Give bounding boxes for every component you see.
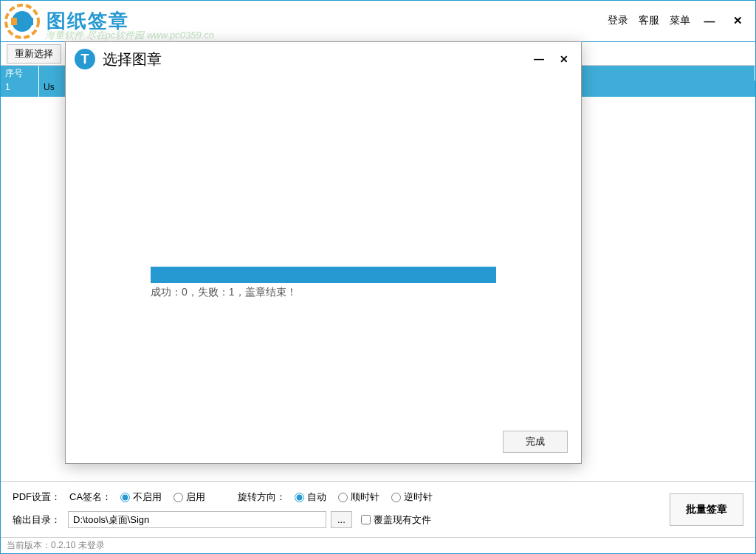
bottom-left: PDF设置： CA签名： 不启用 启用 旋转方向： 自动 — [13, 490, 670, 528]
output-row: 输出目录： ... 覆盖现有文件 — [13, 511, 670, 528]
reselect-button[interactable]: 重新选择 — [7, 44, 61, 64]
progress-text: 成功：0，失败：1，盖章结束！ — [151, 286, 297, 299]
rotate-cw-input[interactable] — [338, 493, 348, 502]
modal-body: 成功：0，失败：1，盖章结束！ — [66, 76, 581, 420]
overwrite-input[interactable] — [361, 515, 371, 524]
status-bar: 当前版本：0.2.10 未登录 — [1, 537, 755, 553]
ca-disable-label: 不启用 — [133, 490, 162, 504]
rotate-auto-label: 自动 — [307, 490, 326, 504]
rotate-cw-label: 顺时针 — [351, 490, 379, 504]
modal-window-buttons: — ✕ — [531, 53, 572, 65]
svg-rect-2 — [11, 18, 17, 25]
cell-seq: 1 — [1, 81, 39, 97]
select-stamp-dialog: T 选择图章 — ✕ 成功：0，失败：1，盖章结束！ 完成 — [65, 41, 582, 464]
login-button[interactable]: 登录 — [608, 14, 628, 27]
rotate-ccw-input[interactable] — [391, 493, 401, 502]
modal-header: T 选择图章 — ✕ — [66, 42, 581, 76]
rotate-cw-radio[interactable]: 顺时针 — [338, 490, 379, 504]
title-buttons: 登录 客服 菜单 — ✕ — [608, 14, 746, 27]
modal-title: 选择图章 — [103, 49, 162, 69]
ca-enable-input[interactable] — [173, 493, 183, 502]
batch-sign-button[interactable]: 批量签章 — [670, 493, 743, 526]
minimize-button[interactable]: — — [701, 15, 718, 27]
rotate-auto-radio[interactable]: 自动 — [295, 490, 326, 504]
modal-footer: 完成 — [66, 420, 581, 463]
modal-minimize-button[interactable]: — — [531, 53, 547, 65]
col-seq-header: 序号 — [1, 66, 39, 81]
pdf-settings-row: PDF设置： CA签名： 不启用 启用 旋转方向： 自动 — [13, 490, 670, 504]
complete-button[interactable]: 完成 — [503, 431, 568, 453]
close-button[interactable]: ✕ — [729, 14, 746, 27]
pdf-label: PDF设置： — [13, 490, 61, 504]
bottom-panel: PDF设置： CA签名： 不启用 启用 旋转方向： 自动 — [1, 481, 755, 537]
output-label: 输出目录： — [13, 513, 61, 527]
service-button[interactable]: 客服 — [639, 14, 659, 27]
title-bar: 图纸签章 海量软件 尽在pc软件园 www.pc0359.cn 登录 客服 菜单… — [1, 1, 755, 42]
ca-disable-input[interactable] — [120, 493, 130, 502]
app-logo-icon — [4, 3, 41, 40]
rotate-auto-input[interactable] — [295, 493, 304, 502]
progress-bar — [151, 267, 496, 283]
menu-button[interactable]: 菜单 — [670, 14, 690, 27]
rotate-ccw-radio[interactable]: 逆时针 — [391, 490, 433, 504]
browse-button[interactable]: ... — [331, 511, 352, 528]
svg-rect-3 — [27, 18, 33, 25]
ca-label: CA签名： — [69, 490, 111, 504]
ca-enable-label: 启用 — [186, 490, 205, 504]
rotate-ccw-label: 逆时针 — [404, 490, 433, 504]
modal-close-button[interactable]: ✕ — [556, 53, 572, 65]
overwrite-checkbox[interactable]: 覆盖现有文件 — [361, 513, 431, 527]
version-text: 当前版本：0.2.10 未登录 — [7, 540, 105, 550]
ca-disable-radio[interactable]: 不启用 — [120, 490, 162, 504]
rotate-label: 旋转方向： — [238, 490, 286, 504]
ca-enable-radio[interactable]: 启用 — [173, 490, 205, 504]
modal-icon: T — [75, 49, 95, 69]
output-path-input[interactable] — [68, 511, 326, 528]
overwrite-label: 覆盖现有文件 — [374, 513, 431, 527]
watermark-text: 海量软件 尽在pc软件园 www.pc0359.cn — [45, 29, 214, 42]
